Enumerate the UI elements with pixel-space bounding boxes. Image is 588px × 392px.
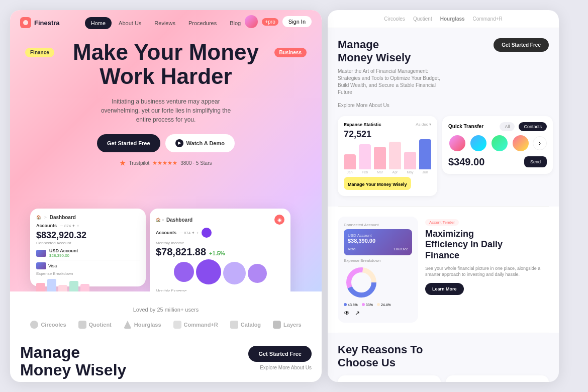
avatar (245, 15, 258, 28)
right-nav-circooles[interactable]: Circooles (384, 16, 405, 22)
right-nav-commandr[interactable]: Command+R (473, 16, 503, 22)
brand-catalog: Catalog (230, 321, 261, 329)
bottom-get-started-button[interactable]: Get Started Free (248, 346, 312, 362)
brands-row: Circooles Quotient Hourglass Command+R C… (20, 321, 312, 329)
nav-about[interactable]: About Us (113, 17, 147, 29)
brands-section: Loved by 25 million+ users Circooles Quo… (10, 291, 322, 334)
stars-count: 3800 · 5 Stars (180, 160, 212, 166)
right-get-started-button[interactable]: Get Started Free (494, 38, 549, 52)
explore-link[interactable]: Explore More About Us (260, 365, 312, 370)
get-started-button[interactable]: Get Started Free (97, 134, 160, 152)
trustpilot-label: Trustpilot (129, 160, 149, 166)
svg-point-0 (23, 20, 28, 25)
dashboard-mockup: 🏠 > Dashboard Accounts ··· 874 ✦ + $832,… (30, 209, 302, 291)
maximizing-subtitle: See your whole financial picture in one … (425, 265, 549, 278)
right-manage-section: Get Started Free Manage Money Wisely Mas… (328, 28, 559, 206)
quick-transfer-card: Quick Transfer All Contacts (442, 116, 553, 174)
stars: ★★★★★ (152, 160, 177, 166)
logo: Finestra (20, 17, 60, 28)
loved-by-text: Loved by 25 million+ users (20, 307, 312, 313)
manage-title: Manage Money Wisely (20, 344, 161, 379)
play-icon: ▶ (175, 139, 183, 147)
key-reasons-section: Key Reasons To Choose Us Quotient 20K+ O… (328, 333, 559, 382)
stat-98: Customers 98% We Have Worked With 89% Of… (446, 375, 549, 382)
maximizing-text: Accent Tender Maximizing Efficiency In D… (425, 217, 549, 323)
right-panel: Circooles Quotient Hourglass Command+R G… (328, 10, 559, 382)
reasons-title: Key Reasons To Choose Us (338, 343, 549, 369)
share-icon[interactable]: ↗ (355, 310, 360, 317)
chevron-right-button[interactable]: › (533, 136, 547, 150)
top-navigation: Finestra Home About Us Reviews Procedure… (10, 10, 322, 36)
brand-commandr: Command+R (173, 321, 218, 329)
brand-circooles: Circooles (30, 321, 66, 329)
right-nav-hourglass[interactable]: Hourglass (440, 16, 465, 22)
nav-procedures[interactable]: Procedures (182, 17, 223, 29)
signin-button[interactable]: Sign In (282, 16, 312, 27)
send-button[interactable]: Send (524, 156, 547, 167)
right-manage-title: Manage Money Wisely (338, 38, 411, 64)
connected-account-card: Connected Account USD Account $38,390.00… (338, 217, 418, 323)
nav-menu: Home About Us Reviews Procedures Blog (85, 17, 247, 29)
mockup-card-left: 🏠 > Dashboard Accounts ··· 874 ✦ + $832,… (30, 209, 146, 286)
watch-demo-button[interactable]: ▶ Watch A Demo (165, 134, 235, 152)
nav-right: +pro Sign In (245, 15, 312, 28)
nav-home[interactable]: Home (85, 17, 112, 29)
expense-pie-chart (344, 265, 379, 300)
view-icon[interactable]: 👁 (344, 310, 350, 317)
learn-more-button[interactable]: Learn More (425, 283, 464, 295)
right-manage-subtitle: Master the Art of Financial Management: … (338, 68, 448, 96)
contacts-tab[interactable]: Contacts (519, 122, 547, 131)
hero-section: Finestra Home About Us Reviews Procedure… (10, 10, 322, 291)
brand-layers: Layers (273, 321, 301, 329)
logo-icon (20, 17, 31, 28)
mockup-card-right: 🏠 > Dashboard ◉ Accounts ··· 874 ✦ + Mon… (150, 209, 290, 291)
left-panel: Finestra Home About Us Reviews Procedure… (10, 10, 322, 382)
trustpilot: ★ Trustpilot ★★★★★ 3800 · 5 Stars (25, 159, 307, 167)
right-nav-quotient[interactable]: Quotient (413, 16, 432, 22)
stats-grid: Quotient 20K+ Of 5K Counting, We Work As… (338, 375, 549, 382)
hero-buttons: Get Started Free ▶ Watch A Demo (25, 134, 307, 152)
maximizing-section: Connected Account USD Account $38,390.00… (328, 207, 559, 333)
stat-20k: Quotient 20K+ Of 5K Counting, We Work As… (338, 375, 441, 382)
hero-subtitle: Initiating a business venture may appear… (95, 97, 236, 124)
right-explore-link[interactable]: Explore More About Us (338, 103, 389, 108)
pro-badge: +pro (262, 18, 278, 26)
expense-stat-card: Expanse Statistic As dec ▾ 72,521 Jan Fe… (338, 116, 437, 196)
brand-quotient: Quotient (78, 321, 112, 329)
nav-reviews[interactable]: Reviews (148, 17, 181, 29)
brand-hourglass: Hourglass (124, 321, 161, 329)
all-tab[interactable]: All (500, 122, 515, 131)
nav-blog[interactable]: Blog (224, 17, 247, 29)
bottom-manage-section: Manage Money Wisely Master the Art of Fi… (10, 334, 322, 382)
right-nav: Circooles Quotient Hourglass Command+R (328, 10, 559, 28)
finance-tag: Finance (25, 48, 54, 57)
business-tag: Business (274, 48, 307, 57)
logo-text: Finestra (34, 19, 60, 27)
